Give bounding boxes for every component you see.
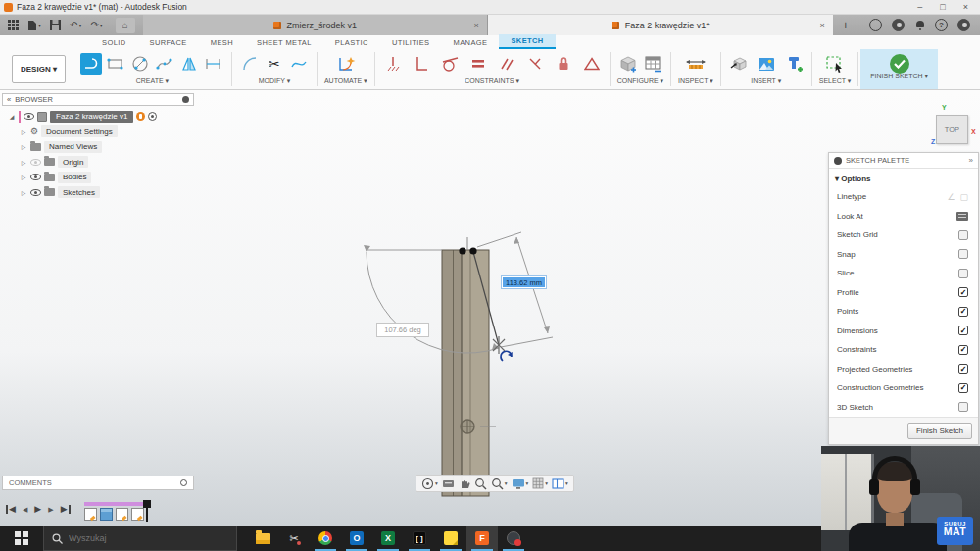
insert-fastener-icon[interactable] (783, 53, 805, 75)
look-at-camera-icon[interactable] (956, 212, 968, 221)
zoom-window-icon[interactable]: ▾ (491, 477, 508, 490)
spline-tool-icon[interactable] (154, 53, 175, 75)
step-forward-icon[interactable]: ▶ (48, 506, 53, 513)
browser-panel-header[interactable]: « BROWSER (2, 93, 194, 106)
expander-icon[interactable]: ▷ (20, 128, 27, 135)
configure-group-label[interactable]: CONFIGURE ▾ (617, 77, 663, 85)
timeline-track[interactable] (84, 500, 147, 521)
user-avatar[interactable] (957, 19, 970, 31)
automate-group-label[interactable]: AUTOMATE ▾ (324, 77, 368, 85)
browser-item-label[interactable]: Bodies (58, 172, 91, 183)
configure-cube-icon[interactable] (617, 53, 639, 75)
create-group-label[interactable]: CREATE ▾ (80, 77, 224, 85)
browser-item-sketches[interactable]: ▷Sketches (2, 185, 194, 201)
inspect-group-label[interactable]: INSPECT ▾ (678, 77, 713, 85)
close-button[interactable]: × (963, 2, 968, 12)
linear-dimension-input[interactable]: 113.62 mm (501, 276, 547, 289)
activate-component-icon[interactable] (148, 112, 157, 121)
sketch-palette-header[interactable]: SKETCH PALETTE » (829, 153, 978, 169)
save-icon[interactable] (50, 20, 61, 30)
comments-bar[interactable]: COMMENTS (2, 476, 194, 490)
minimize-button[interactable]: – (917, 2, 922, 12)
taskbar-app-chrome[interactable] (310, 526, 341, 551)
expander-icon[interactable]: ▷ (20, 159, 27, 166)
construction-line-icon[interactable]: ∠ (947, 192, 955, 202)
timeline-playhead[interactable] (143, 500, 151, 508)
palette-checkbox-slice[interactable] (958, 269, 968, 278)
step-back-icon[interactable]: ◀ (23, 506, 27, 513)
parallel-constraint-icon[interactable] (496, 53, 517, 75)
palette-checkbox-points[interactable]: ✓ (958, 307, 968, 317)
measure-tool-icon[interactable] (685, 53, 707, 75)
equal-constraint-icon[interactable] (467, 53, 489, 75)
finish-sketch-group-label[interactable]: FINISH SKETCH ▾ (870, 73, 928, 80)
orbit-icon[interactable]: ▾ (421, 477, 438, 490)
ribbon-tab-mesh[interactable]: MESH (199, 36, 245, 49)
finish-sketch-check-icon[interactable] (890, 54, 909, 74)
collapse-chevrons-icon[interactable]: « (7, 95, 11, 104)
doc-tab-faza-2-krawedzie[interactable]: Faza 2 krawędzie v1* × (488, 15, 833, 35)
insert-image-icon[interactable] (756, 53, 777, 75)
circle-tool-icon[interactable] (129, 53, 151, 75)
taskbar-app-file-explorer[interactable] (247, 526, 278, 551)
grid-settings-icon[interactable]: ▾ (532, 477, 548, 489)
clock-history-icon[interactable] (892, 19, 905, 31)
visibility-eye-icon[interactable] (30, 159, 41, 166)
home-icon[interactable]: ⌂ (116, 18, 135, 33)
taskbar-search[interactable] (43, 526, 237, 551)
fillet-tool-icon[interactable] (239, 53, 261, 75)
visibility-eye-icon[interactable] (24, 113, 34, 120)
fix-constraint-icon[interactable] (382, 53, 404, 75)
viewcube[interactable]: TOP Y X Z (931, 102, 976, 147)
palette-checkbox-constraints[interactable]: ✓ (958, 345, 968, 355)
insert-group-label[interactable]: INSERT ▾ (728, 77, 805, 85)
constraints-group-label[interactable]: CONSTRAINTS ▾ (382, 77, 603, 85)
taskbar-app-fusion[interactable]: F (466, 526, 498, 551)
expand-chevrons-icon[interactable]: » (969, 156, 973, 165)
taskbar-app-recorder[interactable] (498, 526, 529, 551)
browser-item-origin[interactable]: ▷Origin (2, 155, 194, 171)
timeline-feature-sketch-icon[interactable] (84, 508, 97, 521)
palette-options-section[interactable]: ▾ Options (829, 169, 978, 187)
ribbon-tab-surface[interactable]: SURFACE (138, 36, 199, 49)
line-tool-icon[interactable] (80, 53, 102, 75)
notifications-bell-icon[interactable] (914, 20, 925, 30)
start-button[interactable] (0, 526, 43, 551)
timeline-range-bar[interactable] (84, 502, 147, 506)
look-at-icon[interactable] (442, 478, 455, 488)
taskbar-app-excel[interactable]: X (372, 526, 404, 551)
taskbar-app-capture[interactable]: [ ] (404, 526, 435, 551)
doc-tab-zmierz-srodek[interactable]: Zmierz_środek v1 × (143, 15, 488, 35)
modify-group-label[interactable]: MODIFY ▾ (239, 77, 310, 85)
browser-item-label[interactable]: Document Settings (41, 125, 118, 137)
ribbon-tab-sketch[interactable]: SKETCH (499, 34, 555, 49)
perpendicular-constraint-icon[interactable] (411, 53, 432, 75)
trim-scissors-icon[interactable]: ✂ (264, 53, 285, 75)
file-menu-icon[interactable]: ▾ (27, 20, 41, 31)
lock-constraint-icon[interactable] (553, 53, 574, 75)
centerline-icon[interactable]: ▢ (959, 192, 968, 202)
expander-icon[interactable]: ▷ (20, 174, 27, 180)
rectangle-tool-icon[interactable] (105, 53, 126, 75)
expander-icon[interactable]: ▷ (20, 189, 27, 196)
palette-checkbox-snap[interactable] (958, 249, 968, 259)
browser-root-label[interactable]: Faza 2 krawędzie v1 (50, 111, 133, 123)
browser-item-bodies[interactable]: ▷Bodies (2, 170, 194, 185)
viewports-icon[interactable]: ▾ (552, 478, 568, 489)
help-icon[interactable]: ? (935, 19, 948, 31)
play-icon[interactable]: ▶ (34, 505, 41, 514)
insert-derive-icon[interactable] (728, 53, 750, 75)
configure-table-icon[interactable] (642, 53, 663, 75)
taskbar-app-snipping-tool[interactable]: ✂ (278, 526, 310, 551)
sketch-point[interactable] (459, 247, 466, 254)
browser-item-label[interactable]: Origin (58, 156, 88, 168)
ribbon-tab-solid[interactable]: SOLID (90, 36, 138, 49)
edit-spline-icon[interactable] (288, 53, 310, 75)
browser-root-row[interactable]: ◢ Faza 2 krawędzie v1 (2, 109, 194, 125)
comments-expand-icon[interactable] (180, 479, 187, 486)
angle-dimension-label[interactable]: 107.66 deg (376, 323, 429, 337)
undo-icon[interactable]: ↶▾ (70, 20, 81, 30)
palette-checkbox-profile[interactable]: ✓ (958, 287, 968, 297)
ribbon-group-finish-sketch[interactable]: FINISH SKETCH ▾ (860, 49, 938, 89)
polygon-constraint-icon[interactable] (581, 53, 603, 75)
